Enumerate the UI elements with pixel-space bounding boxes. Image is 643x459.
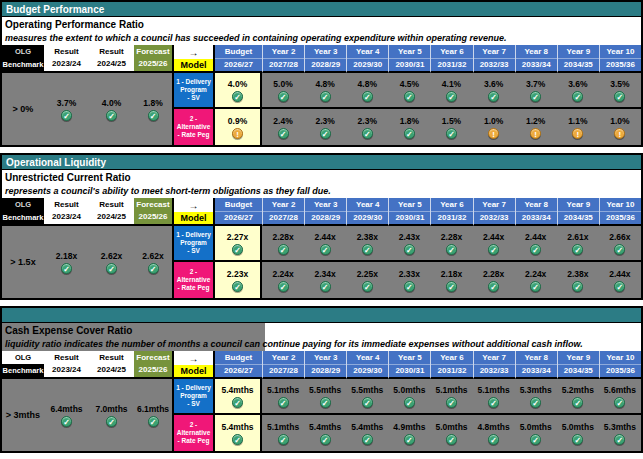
year-value-cell: 2.18x✓ <box>430 262 472 298</box>
year-value-cell: 3.7%✓ <box>515 73 557 109</box>
cell-value: 2.3% <box>358 116 377 126</box>
year-value-cell: 4.5%✓ <box>388 73 430 109</box>
column-header-year: 2035/36 <box>600 212 641 224</box>
status-good-icon: ✓ <box>446 434 457 445</box>
section-title: Budget Performance <box>6 2 641 17</box>
cell-value: 3.6% <box>568 79 587 89</box>
cell-value: 5.0mths <box>393 385 425 395</box>
status-good-icon: ✓ <box>232 91 243 102</box>
year-column-header: Year 72032/33 <box>473 198 515 226</box>
model-label-line: - SV <box>187 247 200 255</box>
cell-value: 1.1% <box>568 116 587 126</box>
year-value-cell: 5.4mths✓ <box>304 415 346 451</box>
status-good-icon: ✓ <box>278 281 289 292</box>
year-value-cell: 1.5%✓ <box>430 109 472 145</box>
model-column-header: Model <box>172 212 215 226</box>
budget-value-cell: 2.23x✓ <box>215 262 262 298</box>
status-good-icon: ✓ <box>148 110 159 121</box>
column-header-year: 2032/33 <box>474 365 515 377</box>
column-header-label: Year 6 <box>431 352 472 365</box>
cell-value: 5.4mths <box>221 422 253 432</box>
year-value-cell: 2.44x✓ <box>599 262 641 298</box>
model-label-line: - Rate Peg <box>178 131 210 139</box>
cell-value: 2.66x <box>609 232 630 242</box>
cell-value: 6.1mths <box>137 404 169 414</box>
column-header-year: 2027/28 <box>263 212 304 224</box>
year-value-cell: 2.24x✓ <box>515 262 557 298</box>
status-good-icon: ✓ <box>278 91 289 102</box>
section-description: represents a council's ability to meet s… <box>5 186 331 196</box>
year-value-cell: 5.0mths✓ <box>388 379 430 415</box>
cell-value: 2.44x <box>525 232 546 242</box>
cell-value: 2.61x <box>567 232 588 242</box>
section-subtitle-row: Unrestricted Current Ratio <box>2 170 641 184</box>
section-description: measures the extent to which a council h… <box>5 33 507 43</box>
olg-label: OLG <box>2 198 44 211</box>
section-table: OLGBenchmarkResult2023/24Result2024/25Fo… <box>2 198 641 298</box>
cell-value: 4.8% <box>358 79 377 89</box>
column-header-year: 2023/24 <box>52 58 81 70</box>
year-column-header: Year 52030/31 <box>388 45 430 73</box>
year-value-cell: 2.61x✓ <box>557 226 599 262</box>
year-value-cell: 4.9mths✓ <box>388 415 430 451</box>
result-cell: 7.0mths✓ <box>89 379 134 451</box>
section-description-row: liquidity ratio indicates the number of … <box>2 337 641 351</box>
year-value-cell: 1.1%! <box>557 109 599 145</box>
section-title-bar: Operational Liquidity <box>2 155 641 170</box>
cell-value: 2.44x <box>315 232 336 242</box>
column-header-year: 2032/33 <box>474 59 515 71</box>
model-label-line: Program <box>180 86 207 94</box>
column-header-label: Year 4 <box>347 352 388 365</box>
spreadsheet-report: Budget PerformanceOperating Performance … <box>0 0 643 459</box>
budget-value-cell: 5.4mths✓ <box>215 415 262 451</box>
year-value-cell: 2.43x✓ <box>388 226 430 262</box>
column-header-year: 2032/33 <box>474 212 515 224</box>
column-header-year: 2026/27 <box>215 212 262 224</box>
status-good-icon: ✓ <box>530 91 541 102</box>
cell-value: 1.8% <box>143 98 162 108</box>
year-column-header: Year 42029/30 <box>346 351 388 379</box>
cell-value: 4.5% <box>400 79 419 89</box>
year-value-cell: 5.4mths✓ <box>346 415 388 451</box>
year-value-cell: 5.0mths✓ <box>557 415 599 451</box>
status-good-icon: ✓ <box>404 397 415 408</box>
year-value-cell: 2.44x✓ <box>515 226 557 262</box>
year-value-cell: 5.5mths✓ <box>304 379 346 415</box>
year-column-header: Year 22027/28 <box>262 351 304 379</box>
model-label-line: Alternative <box>177 123 211 131</box>
cell-value: 4.8mths <box>478 422 510 432</box>
column-header-label: Year 2 <box>263 46 304 59</box>
benchmark-label: Benchmark <box>2 58 44 71</box>
column-header-year: 2025/26 <box>139 58 168 70</box>
status-good-icon: ✓ <box>61 263 72 274</box>
status-good-icon: ✓ <box>488 434 499 445</box>
year-column-header: Year 62031/32 <box>430 198 472 226</box>
column-header-label: Year 3 <box>305 352 346 365</box>
budget-value-cell: 5.4mths✓ <box>215 379 262 415</box>
year-column-header: Year 72032/33 <box>473 45 515 73</box>
model-label-line: Alternative <box>177 276 211 284</box>
column-header-label: Year 5 <box>389 352 430 365</box>
status-good-icon: ✓ <box>232 244 243 255</box>
column-header-year: 2028/29 <box>305 212 346 224</box>
column-header-year: 2035/36 <box>600 59 641 71</box>
column-header-label: Year 10 <box>600 46 641 59</box>
cell-value: 3.7% <box>57 98 76 108</box>
cell-value: 5.3mths <box>520 385 552 395</box>
cell-value: 2.28x <box>483 269 504 279</box>
status-good-icon: ✓ <box>530 281 541 292</box>
column-header-label: Year 10 <box>600 199 641 212</box>
column-header-year: 2028/29 <box>305 59 346 71</box>
model-label-line: - Rate Peg <box>178 284 210 292</box>
model-cell-delivery-program-sv: 1 - DeliveryProgram- SV <box>172 379 215 415</box>
status-good-icon: ✓ <box>278 244 289 255</box>
year-column-header: Year 102035/36 <box>599 198 641 226</box>
year-value-cell: 4.1%✓ <box>430 73 472 109</box>
year-value-cell: 2.28x✓ <box>473 262 515 298</box>
arrow-right-icon: → <box>172 351 215 365</box>
cell-value: 2.24x <box>272 269 293 279</box>
column-header-label: Year 6 <box>431 46 472 59</box>
year-value-cell: 2.28x✓ <box>430 226 472 262</box>
year-column-header: Year 82033/34 <box>515 351 557 379</box>
status-good-icon: ✓ <box>278 397 289 408</box>
